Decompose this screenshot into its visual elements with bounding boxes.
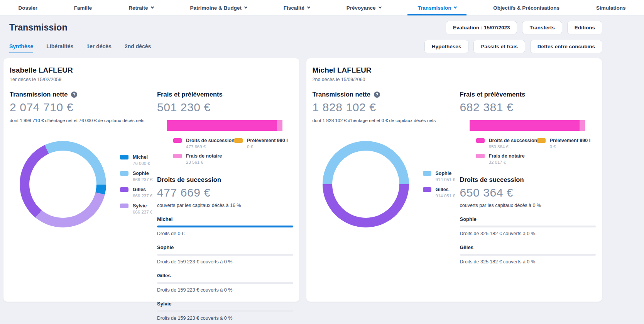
nav-item-prevoyance[interactable]: Prévoyance	[336, 0, 391, 15]
droits-covered-note: couverts par les capitaux décès à 16 %	[157, 203, 293, 208]
donut-legend-item-michel: Michel76 000 €	[120, 154, 152, 166]
transmission-nette-title: Transmission nette	[313, 91, 370, 98]
legend-swatch	[120, 171, 128, 176]
heir-coverage-fill	[157, 226, 293, 227]
nav-item-famille[interactable]: Famille	[64, 0, 102, 15]
fees-legend-item-prelevement-990-i: Prélèvement 990 I0 €	[234, 138, 293, 149]
page: Transmission Evaluation : 15/07/2023Tran…	[3, 16, 602, 302]
legend-amount: 76 000 €	[133, 161, 152, 166]
heir-name: Gilles	[157, 273, 293, 278]
fees-legend-item-prelevement-990-i: Prélèvement 990 I0 €	[537, 138, 596, 149]
heir-coverage-track	[460, 226, 596, 227]
legend-swatch	[120, 204, 128, 208]
card-body: Transmission nette ? 2 074 710 € dont 1 …	[10, 91, 293, 321]
bar-segment-droits-de-succession	[167, 120, 277, 131]
frais-value: 501 230 €	[157, 101, 293, 114]
transferts-button[interactable]: Transferts	[522, 21, 562, 34]
tab-synthese[interactable]: Synthèse	[9, 43, 33, 53]
card-body: Transmission nette ? 1 828 102 € dont 1 …	[313, 91, 596, 265]
nav-item-objectifs-preconisations[interactable]: Objectifs & Préconisations	[483, 0, 570, 15]
heir-droits-text: Droits de 325 182 € couverts à 0 %	[460, 231, 596, 236]
transmission-nette-note: dont 1 828 102 € d'héritage net et 0 € d…	[313, 118, 460, 123]
legend-amount: 23 561 €	[186, 160, 234, 165]
evaluation-15-07-2023-button[interactable]: Evaluation : 15/07/2023	[446, 21, 517, 34]
heir-name: Gilles	[460, 244, 596, 250]
legend-label: Gilles	[133, 187, 152, 192]
nav-item-fiscalite[interactable]: Fiscalité	[274, 0, 320, 15]
heirs-donut-chart	[20, 141, 106, 227]
transmission-nette-note: dont 1 998 710 € d'héritage net et 76 00…	[10, 118, 157, 123]
donut-row: Michel76 000 €Sophie666 237 €Gilles666 2…	[20, 141, 157, 227]
nav-item-label: Simulations	[596, 5, 626, 11]
transmission-column: Transmission nette ? 1 828 102 € dont 1 …	[313, 91, 460, 265]
nav-item-patrimoine-budget[interactable]: Patrimoine & Budget	[180, 0, 257, 15]
passifs-et-frais-button[interactable]: Passifs et frais	[473, 40, 525, 53]
dettes-entre-concubins-button[interactable]: Dettes entre concubins	[530, 40, 602, 53]
tabs: SynthèseLibéralités1er décès2nd décès	[9, 43, 151, 53]
heir-droits-text: Droits de 159 223 € couverts à 0 %	[157, 259, 293, 265]
nav-item-label: Prévoyance	[347, 5, 376, 11]
legend-label: Frais de notaire	[489, 153, 537, 159]
tab-2nd-deces[interactable]: 2nd décès	[125, 43, 151, 53]
bar-segment-frais-de-notaire	[580, 120, 585, 131]
fees-stacked-bar	[167, 120, 282, 131]
tab-1er-deces[interactable]: 1er décès	[86, 43, 112, 53]
legend-label: Gilles	[436, 187, 455, 192]
nav-item-simulations[interactable]: Simulations	[586, 0, 636, 15]
nav-item-label: Dossier	[18, 5, 37, 11]
top-nav: DossierFamilleRetraitePatrimoine & Budge…	[0, 0, 644, 16]
heir-droits-text: Droits de 0 €	[157, 231, 293, 236]
fees-legend-item-droits-de-succession: Droits de succession477 669 €	[173, 138, 234, 149]
heirs-donut-chart	[323, 141, 409, 227]
fees-column: Frais et prélèvements 682 381 € Droits d…	[460, 91, 596, 265]
editions-button[interactable]: Editions	[567, 21, 602, 34]
nav-item-retraite[interactable]: Retraite	[118, 0, 163, 15]
fees-legend: Droits de succession650 364 €Prélèvement…	[476, 138, 596, 165]
nav-item-label: Famille	[74, 5, 92, 11]
donut-legend-item-sylvie: Sylvie666 237 €	[120, 203, 152, 214]
legend-amount: 477 669 €	[186, 144, 235, 149]
tab-buttons: HypothèsesPassifs et fraisDettes entre c…	[424, 40, 602, 53]
page-title: Transmission	[9, 22, 68, 33]
donut-legend: Michel76 000 €Sophie666 237 €Gilles666 2…	[120, 154, 152, 214]
fees-legend-item-droits-de-succession: Droits de succession650 364 €	[476, 138, 537, 149]
hypotheses-button[interactable]: Hypothèses	[424, 40, 469, 53]
legend-amount: 666 237 €	[133, 177, 152, 182]
legend-swatch	[537, 138, 546, 143]
legend-swatch	[120, 155, 128, 159]
bar-segment-droits-de-succession	[470, 120, 580, 131]
legend-swatch	[120, 187, 128, 192]
page-header: Transmission Evaluation : 15/07/2023Tran…	[3, 16, 602, 34]
legend-label: Frais de notaire	[186, 153, 234, 159]
legend-swatch	[173, 138, 182, 143]
legend-swatch	[476, 138, 485, 143]
legend-swatch	[476, 154, 485, 158]
heirs-list: MichelDroits de 0 €SophieDroits de 159 2…	[157, 216, 293, 321]
heir-coverage-track	[157, 282, 293, 284]
heir-row-sylvie: SylvieDroits de 159 223 € couverts à 0 %	[157, 301, 293, 321]
transmission-nette-title: Transmission nette	[10, 91, 68, 98]
fees-legend: Droits de succession477 669 €Prélèvement…	[173, 138, 293, 165]
person-card: Michel LAFLEUR 2nd décès le 15/09/2060 T…	[306, 58, 603, 302]
legend-amount: 650 364 €	[489, 144, 538, 149]
donut-legend-item-gilles: Gilles666 237 €	[120, 187, 152, 198]
heir-coverage-track	[157, 226, 293, 227]
heir-coverage-track	[157, 310, 293, 312]
question-mark-icon[interactable]: ?	[374, 92, 380, 98]
donut-legend-item-gilles: Gilles914 051 €	[423, 187, 455, 198]
donut-row: Sophie914 051 €Gilles914 051 €	[323, 141, 460, 227]
heir-name: Sylvie	[157, 301, 293, 307]
nav-item-dossier[interactable]: Dossier	[8, 0, 47, 15]
nav-item-label: Transmission	[418, 5, 451, 11]
tab-liberalites[interactable]: Libéralités	[46, 43, 73, 53]
nav-item-transmission[interactable]: Transmission	[407, 0, 467, 15]
droits-value: 650 364 €	[460, 186, 596, 199]
legend-swatch	[234, 138, 243, 143]
legend-label: Michel	[133, 154, 152, 160]
question-mark-icon[interactable]: ?	[71, 92, 77, 98]
legend-label: Droits de succession	[489, 138, 538, 143]
nav-item-label: Patrimoine & Budget	[190, 5, 242, 11]
death-date: 2nd décès le 15/09/2060	[313, 77, 596, 82]
heir-droits-text: Droits de 159 223 € couverts à 0 %	[157, 287, 293, 293]
legend-amount: 32 017 €	[489, 160, 537, 165]
